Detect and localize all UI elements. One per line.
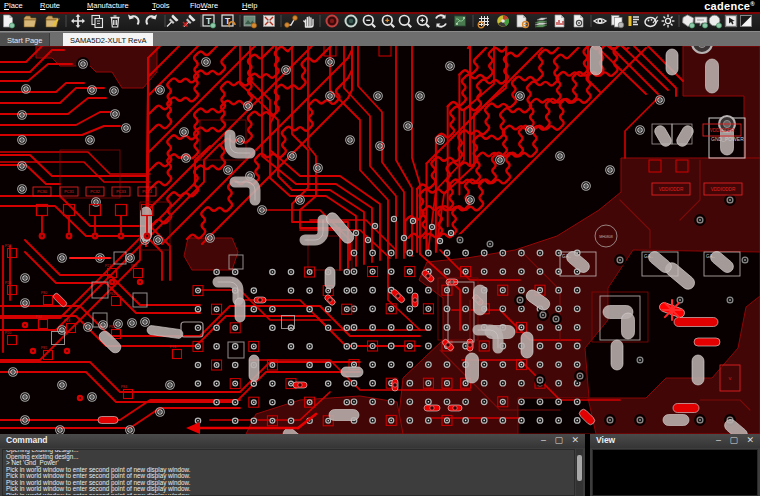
- svg-text:PC34: PC34: [142, 190, 152, 194]
- svg-text:V: V: [729, 376, 732, 381]
- svg-text:P83: P83: [131, 264, 137, 268]
- svg-text:P34: P34: [36, 315, 42, 319]
- svg-text:GND_POWER: GND_POWER: [711, 136, 744, 142]
- svg-text:GA..: GA..: [644, 254, 653, 259]
- svg-text:VDDIODDR: VDDIODDR: [710, 128, 735, 133]
- svg-text:PC31: PC31: [64, 190, 74, 194]
- svg-text:P74: P74: [170, 345, 176, 349]
- svg-text:P20: P20: [5, 331, 11, 335]
- svg-text:P61: P61: [109, 292, 115, 296]
- svg-text:P85: P85: [41, 346, 47, 350]
- svg-text:VDDIODDR: VDDIODDR: [659, 187, 684, 192]
- svg-text:P23: P23: [5, 244, 11, 248]
- svg-text:GA..: GA..: [706, 254, 715, 259]
- svg-text:P80: P80: [41, 291, 47, 295]
- svg-text:PC33: PC33: [116, 190, 126, 194]
- svg-text:P64: P64: [109, 325, 115, 329]
- svg-text:P23: P23: [105, 264, 111, 268]
- svg-text:P84: P84: [121, 385, 127, 389]
- svg-text:T: T: [225, 16, 231, 26]
- svg-text:VDDIODDR: VDDIODDR: [711, 187, 736, 192]
- svg-text:PC30: PC30: [37, 190, 47, 194]
- svg-text:P18: P18: [64, 319, 70, 323]
- svg-text:GA..: GA..: [562, 254, 571, 259]
- svg-text:P20: P20: [5, 281, 11, 285]
- svg-text:MH0808: MH0808: [599, 235, 613, 239]
- svg-text:PC32: PC32: [90, 190, 100, 194]
